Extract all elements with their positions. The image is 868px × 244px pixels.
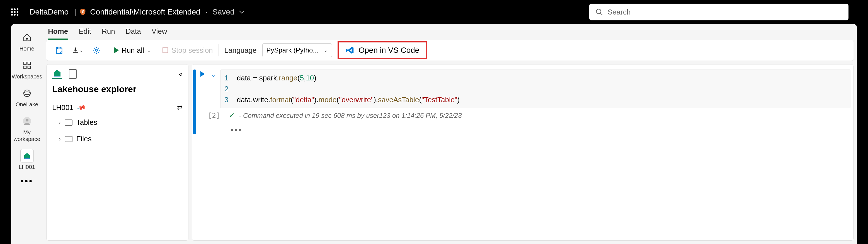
resources-tab-icon[interactable] <box>69 69 76 79</box>
rail-item-myworkspace[interactable]: My workspace <box>11 111 43 146</box>
tab-data[interactable]: Data <box>126 24 141 39</box>
person-icon <box>23 117 31 126</box>
run-all-button[interactable]: Run all ⌄ <box>114 46 151 55</box>
swap-icon[interactable]: ⇄ <box>177 104 183 112</box>
status-text: - Command executed in 19 sec 608 ms by u… <box>239 112 462 119</box>
svg-line-2 <box>600 13 602 15</box>
gear-icon <box>92 46 101 54</box>
exec-count: [2] <box>208 112 220 119</box>
top-header: DeltaDemo | Confidential\Microsoft Exten… <box>0 0 868 24</box>
tab-home[interactable]: Home <box>48 24 68 39</box>
files-label: Files <box>76 135 92 143</box>
download-button[interactable]: ⌄ <box>70 45 85 56</box>
code-content: data = spark.range(5,10) data.write.form… <box>237 73 460 105</box>
stop-icon <box>162 48 168 53</box>
app-launcher-icon[interactable] <box>11 8 19 16</box>
download-icon <box>72 47 79 54</box>
rail-label: Home <box>20 45 34 52</box>
rail-more-icon[interactable]: ••• <box>21 176 33 186</box>
open-vscode-button[interactable]: Open in VS Code <box>338 41 427 59</box>
tab-edit[interactable]: Edit <box>79 24 91 39</box>
tab-run[interactable]: Run <box>102 24 115 39</box>
cell-output: [2] ✓ - Command executed in 19 sec 608 m… <box>220 108 850 123</box>
settings-button[interactable] <box>91 45 102 56</box>
chevron-right-icon: › <box>59 136 61 142</box>
tree-item-files[interactable]: › Files <box>52 131 183 147</box>
folder-icon <box>65 136 72 142</box>
lakehouse-name: LH001 <box>52 103 73 112</box>
rail-label: OneLake <box>16 101 38 108</box>
cell-gutter <box>193 70 196 134</box>
shield-icon <box>79 8 87 16</box>
code-editor[interactable]: 123 data = spark.range(5,10) data.write.… <box>220 70 850 108</box>
chevron-down-icon: ⌄ <box>79 47 83 53</box>
svg-rect-0 <box>82 11 84 13</box>
svg-point-10 <box>25 119 28 122</box>
rail-item-workspaces[interactable]: Workspaces <box>11 55 43 83</box>
svg-point-1 <box>596 9 601 14</box>
left-rail: Home Workspaces OneLake My workspace <box>11 24 43 244</box>
rail-label: My workspace <box>11 129 43 142</box>
saved-status: Saved <box>212 7 235 17</box>
explorer-title: Lakehouse explorer <box>52 84 183 94</box>
svg-point-8 <box>24 92 30 95</box>
collapse-icon[interactable]: « <box>179 70 183 78</box>
vscode-icon <box>345 46 354 55</box>
save-button[interactable] <box>53 45 65 56</box>
rail-label: Workspaces <box>12 73 42 80</box>
svg-rect-3 <box>24 62 26 64</box>
chevron-down-icon: ⌄ <box>323 47 328 53</box>
rail-label: LH001 <box>19 164 35 170</box>
stop-session-button[interactable]: Stop session <box>162 46 213 55</box>
rail-item-onelake[interactable]: OneLake <box>11 83 43 111</box>
chevron-down-icon[interactable]: ⌄ <box>211 71 216 78</box>
chevron-right-icon: › <box>59 119 61 126</box>
workspace-title: DeltaDemo <box>30 7 68 17</box>
chevron-down-icon: ⌄ <box>147 47 151 53</box>
saved-dot: · <box>203 7 210 17</box>
home-icon <box>23 33 31 42</box>
rail-item-lh001[interactable]: LH001 <box>11 146 43 174</box>
stop-session-label: Stop session <box>172 46 213 55</box>
cell-more-icon[interactable]: ••• <box>231 125 850 134</box>
tab-bar: Home Edit Run Data View <box>43 24 857 39</box>
folder-icon <box>65 119 72 126</box>
separator <box>157 44 157 56</box>
notebook-cell: ⌄ 123 data = spark.range(5,10) data.writ… <box>192 70 853 134</box>
run-cell-button[interactable] <box>200 71 205 77</box>
svg-rect-6 <box>28 66 30 69</box>
lakehouse-explorer-panel: « Lakehouse explorer LH001 📌 ⇄ › Tables <box>46 64 188 241</box>
lakehouse-tab-icon[interactable] <box>52 69 62 79</box>
separator <box>108 44 108 56</box>
tree-item-tables[interactable]: › Tables <box>52 114 183 131</box>
tab-view[interactable]: View <box>152 24 167 39</box>
pin-icon[interactable]: 📌 <box>76 103 86 112</box>
lakehouse-row[interactable]: LH001 📌 ⇄ <box>52 101 183 114</box>
separator <box>208 71 208 78</box>
toolbar: ⌄ Run all ⌄ Stop session Language <box>46 39 854 61</box>
divider: | <box>75 7 76 17</box>
tables-label: Tables <box>76 118 97 127</box>
svg-rect-4 <box>28 62 30 64</box>
svg-rect-11 <box>57 47 60 49</box>
rail-item-home[interactable]: Home <box>11 27 43 55</box>
play-icon <box>114 47 119 54</box>
classification-label: Confidential\Microsoft Extended <box>90 7 200 17</box>
search-box[interactable] <box>589 4 848 20</box>
vscode-label: Open in VS Code <box>359 46 420 55</box>
chevron-down-icon[interactable] <box>239 10 244 14</box>
run-all-label: Run all <box>122 46 144 55</box>
svg-point-12 <box>95 49 98 51</box>
onelake-icon <box>23 89 31 98</box>
workspaces-icon <box>23 61 31 70</box>
save-icon <box>55 46 63 54</box>
notebook-area: ⌄ 123 data = spark.range(5,10) data.writ… <box>192 64 854 241</box>
svg-point-7 <box>24 90 30 97</box>
language-label: Language <box>224 46 257 55</box>
line-numbers: 123 <box>224 73 237 105</box>
search-icon <box>595 8 603 16</box>
search-input[interactable] <box>608 8 842 17</box>
language-value: PySpark (Pytho... <box>267 46 319 54</box>
language-select[interactable]: PySpark (Pytho... ⌄ <box>262 43 332 57</box>
check-icon: ✓ <box>229 111 235 120</box>
